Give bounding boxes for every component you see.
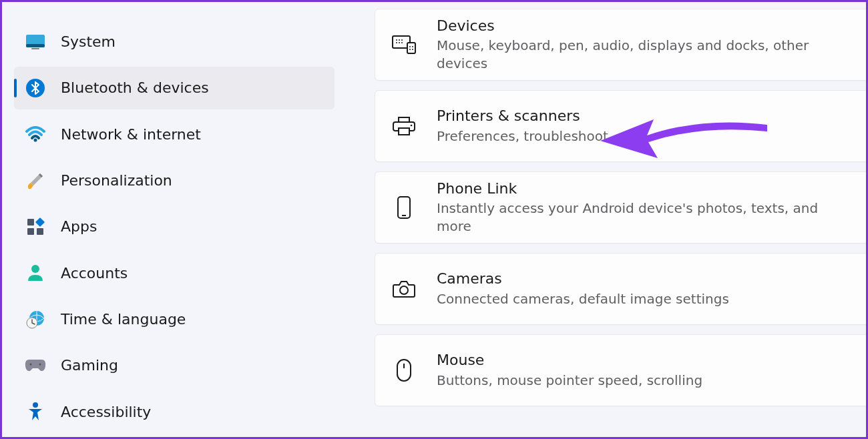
svg-point-12 [30,363,32,365]
system-icon [25,31,46,53]
card-text: Printers & scanners Preferences, trouble… [437,107,608,145]
sidebar-item-label: Time & language [61,311,186,328]
gamepad-icon [25,355,46,376]
sidebar-item-label: Accessibility [61,404,151,420]
card-subtitle: Preferences, troubleshoot [437,127,608,145]
svg-rect-22 [407,43,415,53]
svg-rect-7 [27,228,34,235]
svg-point-18 [401,39,403,41]
printer-icon [391,113,417,139]
sidebar-item-accessibility[interactable]: Accessibility [14,391,335,433]
card-subtitle: Buttons, mouse pointer speed, scrolling [437,372,702,390]
card-printers-scanners[interactable]: Printers & scanners Preferences, trouble… [375,90,866,162]
phone-icon [391,195,417,220]
mouse-icon [391,358,417,383]
sidebar-item-label: Personalization [61,172,172,189]
sidebar-item-label: Apps [61,218,97,235]
sidebar-item-label: Network & internet [61,126,201,143]
sidebar-item-label: System [61,33,116,50]
sidebar-item-label: Bluetooth & devices [61,79,209,96]
svg-point-14 [33,402,38,408]
sidebar-item-label: Accounts [61,265,128,282]
svg-rect-34 [397,360,411,381]
card-title: Devices [437,17,852,36]
card-title: Phone Link [437,179,852,199]
sidebar-item-accounts[interactable]: Accounts [14,252,335,294]
settings-sidebar: System Bluetooth & devices Network & [2,2,335,437]
card-devices[interactable]: Devices Mouse, keyboard, pen, audio, dis… [375,9,866,81]
sidebar-item-apps[interactable]: Apps [14,205,335,248]
settings-app: System Bluetooth & devices Network & [2,2,866,437]
svg-point-30 [411,125,413,127]
svg-point-23 [409,46,411,47]
card-title: Cameras [437,270,729,289]
bluetooth-icon [25,77,46,99]
person-icon [25,262,46,284]
svg-point-9 [31,265,39,273]
sidebar-item-bluetooth-devices[interactable]: Bluetooth & devices [14,67,335,109]
sidebar-item-label: Gaming [61,357,118,374]
svg-point-21 [401,42,403,43]
svg-point-13 [39,363,41,365]
svg-point-19 [396,42,397,43]
card-text: Devices Mouse, keyboard, pen, audio, dis… [437,17,852,73]
svg-rect-2 [31,48,39,49]
globe-clock-icon [25,309,46,330]
svg-point-4 [34,139,37,142]
svg-point-16 [396,39,397,41]
camera-icon [391,276,417,302]
card-text: Mouse Buttons, mouse pointer speed, scro… [437,351,702,390]
apps-icon [25,216,46,238]
svg-rect-6 [35,217,45,227]
svg-point-24 [412,46,413,47]
sidebar-item-personalization[interactable]: Personalization [14,159,335,201]
card-title: Printers & scanners [437,107,608,126]
svg-point-17 [399,39,400,41]
svg-rect-29 [399,128,409,135]
svg-point-33 [400,286,408,294]
accessibility-icon [25,401,46,422]
card-mouse[interactable]: Mouse Buttons, mouse pointer speed, scro… [375,334,866,406]
svg-rect-1 [26,44,45,47]
card-subtitle: Connected cameras, default image setting… [437,290,729,308]
card-phone-link[interactable]: Phone Link Instantly access your Android… [375,171,866,244]
svg-rect-5 [27,219,34,226]
wifi-icon [25,123,46,145]
sidebar-item-time-language[interactable]: Time & language [14,298,335,340]
card-text: Cameras Connected cameras, default image… [437,270,729,308]
svg-rect-27 [399,117,409,122]
card-title: Mouse [437,351,702,370]
settings-main-content: Devices Mouse, keyboard, pen, audio, dis… [335,2,866,437]
card-text: Phone Link Instantly access your Android… [437,179,852,236]
devices-icon [391,32,417,57]
card-cameras[interactable]: Cameras Connected cameras, default image… [375,253,866,325]
sidebar-item-system[interactable]: System [14,21,335,63]
sidebar-item-network[interactable]: Network & internet [14,113,335,155]
card-subtitle: Mouse, keyboard, pen, audio, displays an… [437,37,852,73]
svg-rect-8 [37,228,43,235]
paintbrush-icon [25,170,46,191]
svg-point-25 [409,49,411,50]
svg-point-20 [399,42,400,43]
card-subtitle: Instantly access your Android device's p… [437,199,852,236]
sidebar-item-gaming[interactable]: Gaming [14,344,335,386]
svg-point-26 [412,49,413,50]
